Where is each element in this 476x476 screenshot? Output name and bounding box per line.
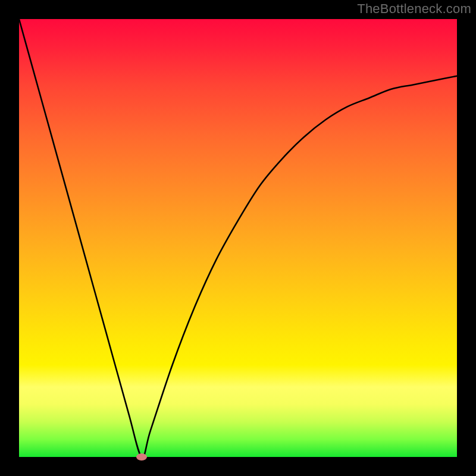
watermark-text: TheBottleneck.com	[357, 1, 471, 17]
plot-area	[19, 19, 457, 457]
curve-line	[19, 19, 457, 458]
minimum-marker-icon	[136, 453, 147, 461]
curve-svg	[19, 19, 457, 457]
chart-frame: TheBottleneck.com	[0, 0, 476, 476]
